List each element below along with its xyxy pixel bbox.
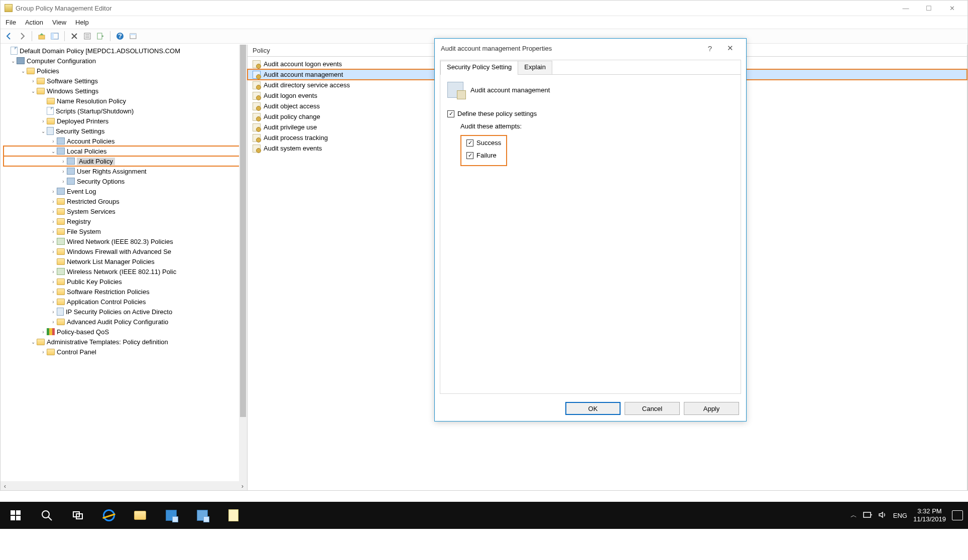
success-checkbox-row[interactable]: ✓ Success xyxy=(466,139,501,147)
failure-checkbox-row[interactable]: ✓ Failure xyxy=(466,152,501,159)
expander-icon[interactable]: › xyxy=(40,329,47,335)
nav-tree[interactable]: Default Domain Policy [MEPDC1.ADSOLUTION… xyxy=(1,45,247,357)
tree-nrp[interactable]: Name Resolution Policy xyxy=(57,97,126,105)
delete-button[interactable] xyxy=(69,31,80,42)
expander-icon[interactable]: › xyxy=(50,249,57,254)
tree-hscrollbar[interactable]: ‹› xyxy=(1,481,247,490)
tray-language[interactable]: ENG xyxy=(893,512,907,519)
expander-icon[interactable]: › xyxy=(50,219,57,224)
forward-button[interactable] xyxy=(17,31,28,42)
define-checkbox-row[interactable]: ✓ Define these policy settings xyxy=(447,110,734,117)
expander-icon[interactable]: › xyxy=(50,229,57,234)
taskbar-server-manager[interactable] xyxy=(156,502,187,529)
back-button[interactable] xyxy=(4,31,15,42)
expander-icon[interactable]: ⌄ xyxy=(30,339,37,345)
taskbar-explorer[interactable] xyxy=(125,502,156,529)
tree-computer-config[interactable]: Computer Configuration xyxy=(27,57,96,65)
tree-printers[interactable]: Deployed Printers xyxy=(57,117,108,125)
tree-admin[interactable]: Administrative Templates: Policy definit… xyxy=(47,338,168,346)
tree-pki[interactable]: Public Key Policies xyxy=(67,278,122,286)
tree-audit[interactable]: Audit Policy xyxy=(77,158,115,165)
tree-security[interactable]: Security Settings xyxy=(56,127,105,135)
taskbar-gpmc[interactable] xyxy=(187,502,218,529)
tray-network-icon[interactable] xyxy=(863,511,872,520)
show-hide-tree-button[interactable] xyxy=(49,31,60,42)
tree-srp[interactable]: Software Restriction Policies xyxy=(67,288,150,296)
tree-ura[interactable]: User Rights Assignment xyxy=(77,168,147,175)
menu-help[interactable]: Help xyxy=(75,19,89,26)
expander-icon[interactable]: ⌄ xyxy=(40,128,47,134)
tree-wireless[interactable]: Wireless Network (IEEE 802.11) Polic xyxy=(67,268,176,275)
start-button[interactable] xyxy=(0,502,31,529)
expander-icon[interactable]: › xyxy=(40,118,47,124)
cancel-button[interactable]: Cancel xyxy=(625,402,680,415)
tree-sysserv[interactable]: System Services xyxy=(67,208,115,215)
expander-icon[interactable]: › xyxy=(50,239,57,244)
tree-eventlog[interactable]: Event Log xyxy=(67,188,96,195)
tree-wired[interactable]: Wired Network (IEEE 802.3) Policies xyxy=(67,238,173,245)
help-button[interactable]: ? xyxy=(700,44,720,53)
expander-icon[interactable]: › xyxy=(50,299,57,305)
tree-advaudit[interactable]: Advanced Audit Policy Configuratio xyxy=(67,318,168,326)
menu-view[interactable]: View xyxy=(52,19,66,26)
tree-root[interactable]: Default Domain Policy [MEPDC1.ADSOLUTION… xyxy=(20,47,180,55)
checkbox-failure[interactable]: ✓ xyxy=(466,152,473,159)
menu-action[interactable]: Action xyxy=(25,19,43,26)
expander-icon[interactable]: › xyxy=(60,179,67,184)
filter-button[interactable] xyxy=(128,31,139,42)
expander-icon[interactable]: ⌄ xyxy=(10,58,17,64)
checkbox-define[interactable]: ✓ xyxy=(447,110,454,117)
expander-icon[interactable]: › xyxy=(50,289,57,295)
task-view-button[interactable] xyxy=(62,502,93,529)
close-button[interactable]: ✕ xyxy=(940,1,963,16)
expander-icon[interactable]: ⌄ xyxy=(30,88,37,94)
tree-secopt[interactable]: Security Options xyxy=(77,178,125,185)
expander-icon[interactable]: › xyxy=(50,189,57,194)
tree-netlist[interactable]: Network List Manager Policies xyxy=(67,258,155,265)
properties-button[interactable] xyxy=(82,31,93,42)
tree-firewall[interactable]: Windows Firewall with Advanced Se xyxy=(67,248,171,255)
tray-volume-icon[interactable] xyxy=(878,511,887,520)
tab-security-policy-setting[interactable]: Security Policy Setting xyxy=(440,61,518,75)
tree-account[interactable]: Account Policies xyxy=(67,137,114,145)
close-button[interactable]: ✕ xyxy=(720,44,740,53)
expander-icon[interactable]: › xyxy=(30,78,37,84)
expander-icon[interactable]: ⌄ xyxy=(50,149,57,154)
tray-chevron-icon[interactable]: ︿ xyxy=(851,511,857,520)
expander-icon[interactable]: › xyxy=(50,138,57,144)
tree-restricted[interactable]: Restricted Groups xyxy=(67,198,119,205)
tree-filesys[interactable]: File System xyxy=(67,228,101,235)
search-button[interactable] xyxy=(31,502,62,529)
checkbox-success[interactable]: ✓ xyxy=(466,139,473,147)
expander-icon[interactable]: › xyxy=(50,269,57,274)
expander-icon[interactable]: ⌄ xyxy=(20,68,27,74)
tree-policies[interactable]: Policies xyxy=(37,67,59,75)
expander-icon[interactable]: › xyxy=(50,279,57,285)
minimize-button[interactable]: — xyxy=(894,1,917,16)
expander-icon[interactable]: › xyxy=(50,319,57,325)
help-button[interactable]: ? xyxy=(114,31,126,42)
tab-explain[interactable]: Explain xyxy=(518,61,552,75)
taskbar-notepad[interactable] xyxy=(218,502,249,529)
tree-software[interactable]: Software Settings xyxy=(47,77,98,85)
tree-ipsec[interactable]: IP Security Policies on Active Directo xyxy=(66,308,172,316)
expander-icon[interactable]: › xyxy=(50,309,57,315)
expander-icon[interactable]: › xyxy=(50,209,57,214)
expander-icon[interactable]: › xyxy=(60,169,67,174)
tree-acp[interactable]: Application Control Policies xyxy=(67,298,146,306)
tree-registry[interactable]: Registry xyxy=(67,218,91,225)
action-center-icon[interactable] xyxy=(952,510,963,520)
tree-windows[interactable]: Windows Settings xyxy=(47,87,98,95)
apply-button[interactable]: Apply xyxy=(684,402,739,415)
tree-vscrollbar[interactable] xyxy=(239,45,247,481)
tree-qos[interactable]: Policy-based QoS xyxy=(57,328,109,336)
tray-clock[interactable]: 3:32 PM 11/13/2019 xyxy=(913,507,946,524)
taskbar-ie[interactable] xyxy=(93,502,125,529)
tree-local[interactable]: Local Policies xyxy=(67,148,107,155)
expander-icon[interactable]: › xyxy=(40,349,47,355)
menu-file[interactable]: File xyxy=(6,19,16,26)
export-button[interactable] xyxy=(95,31,106,42)
tree-cpanel[interactable]: Control Panel xyxy=(57,348,96,356)
maximize-button[interactable]: ☐ xyxy=(917,1,940,16)
expander-icon[interactable]: › xyxy=(60,159,67,164)
